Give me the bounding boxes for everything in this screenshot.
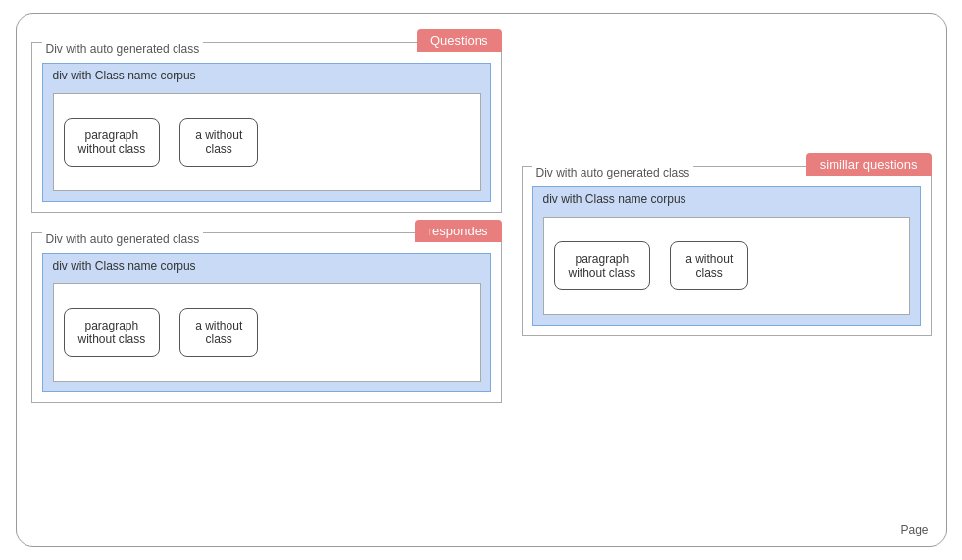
questions-auto-div-label: Div with auto generated class (42, 42, 204, 56)
layout: Div with auto generated class Questions … (31, 28, 932, 532)
questions-paragraph-text: paragraphwithout class (78, 128, 146, 156)
questions-auto-div: Div with auto generated class Questions … (31, 42, 502, 213)
similar-content-box: paragraphwithout class a withoutclass (543, 217, 910, 315)
similar-corpus-label: div with Class name corpus (543, 192, 686, 206)
similar-paragraph-box: paragraphwithout class (554, 241, 651, 290)
questions-a-box: a withoutclass (179, 118, 258, 167)
questions-content-box: paragraphwithout class a withoutclass (53, 93, 481, 191)
questions-corpus-div: div with Class name corpus paragraphwith… (42, 63, 491, 202)
similar-paragraph-text: paragraphwithout class (569, 252, 636, 280)
similar-a-text: a withoutclass (685, 252, 733, 280)
responses-a-text: a withoutclass (195, 319, 242, 346)
responses-tab-label: respondes (415, 220, 502, 242)
page-container: Div with auto generated class Questions … (16, 13, 947, 547)
page-label: Page (900, 523, 928, 536)
responses-paragraph-text: paragraphwithout class (78, 319, 146, 346)
questions-tab-label: Questions (417, 29, 502, 52)
responses-paragraph-box: paragraphwithout class (64, 308, 161, 357)
questions-paragraph-box: paragraphwithout class (64, 118, 161, 167)
questions-corpus-label: div with Class name corpus (53, 69, 196, 82)
responses-corpus-div: div with Class name corpus paragraphwith… (42, 253, 491, 392)
responses-content-box: paragraphwithout class a withoutclass (53, 283, 481, 382)
left-column: Div with auto generated class Questions … (31, 28, 502, 532)
similar-auto-div: Div with auto generated class simillar q… (522, 166, 932, 336)
responses-corpus-label: div with Class name corpus (53, 259, 196, 273)
questions-a-text: a withoutclass (195, 128, 242, 156)
similar-corpus-div: div with Class name corpus paragraphwith… (532, 186, 921, 326)
right-column: Div with auto generated class simillar q… (522, 28, 932, 532)
responses-auto-div-label: Div with auto generated class (42, 232, 204, 246)
similar-auto-div-label: Div with auto generated class (532, 166, 694, 179)
responses-auto-div: Div with auto generated class respondes … (31, 232, 502, 403)
similar-a-box: a withoutclass (670, 241, 748, 290)
similar-tab-label: simillar questions (806, 153, 932, 176)
responses-a-box: a withoutclass (179, 308, 258, 357)
